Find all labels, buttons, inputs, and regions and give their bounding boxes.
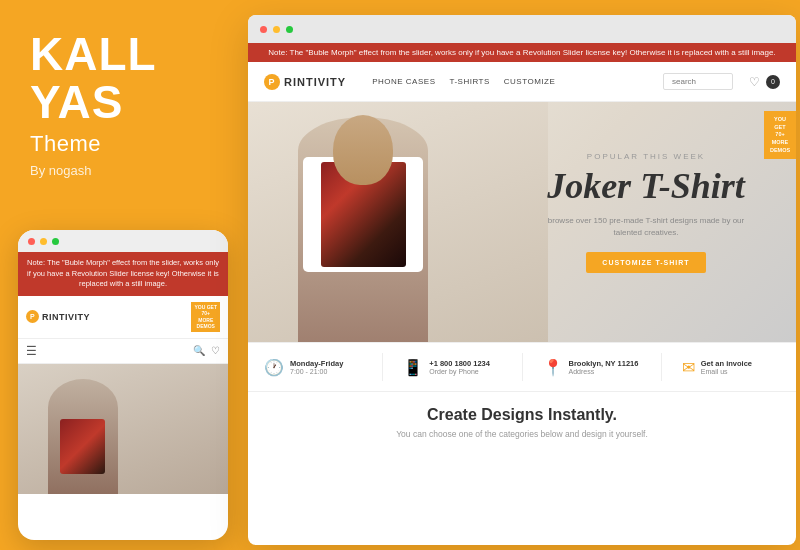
info-email-sub: Email us (701, 368, 752, 375)
info-phone-sub: Order by Phone (429, 368, 490, 375)
clock-icon: 🕐 (264, 358, 284, 377)
mobile-nav-bar: ☰ 🔍 ♡ (18, 339, 228, 364)
info-hours-text: Monday-Friday 7:00 - 21:00 (290, 359, 343, 375)
nav-customize[interactable]: CUSTOMIZE (504, 77, 555, 86)
info-address-title: Brooklyn, NY 11216 (569, 359, 639, 368)
desktop-top-bar (248, 15, 796, 43)
mobile-logo-circle: P (26, 310, 39, 323)
create-subtitle: You can choose one of the categories bel… (268, 429, 776, 439)
info-hours-sub: 7:00 - 21:00 (290, 368, 343, 375)
hero-man (278, 107, 458, 342)
mobile-nav-icons: 🔍 ♡ (193, 345, 220, 356)
heart-icon[interactable]: ♡ (749, 75, 760, 89)
hero-title: Joker T-Shirt (536, 167, 756, 207)
info-bar: 🕐 Monday-Friday 7:00 - 21:00 📱 +1 800 18… (248, 342, 796, 392)
info-divider-1 (382, 353, 383, 381)
left-panel: KALL YAS Theme By nogash Note: The "Bubl… (0, 0, 245, 550)
right-panel: Note: The "Buble Morph" effect from the … (248, 15, 796, 545)
mobile-mockup: Note: The "Buble Morph" effect from the … (18, 230, 228, 540)
info-item-address: 📍 Brooklyn, NY 11216 Address (543, 358, 641, 377)
search-icon[interactable]: 🔍 (193, 345, 205, 356)
desktop-dot-green (286, 26, 293, 33)
dot-red (28, 238, 35, 245)
mobile-logo: P RINTIVITY (26, 310, 90, 323)
info-divider-2 (522, 353, 523, 381)
info-address-text: Brooklyn, NY 11216 Address (569, 359, 639, 375)
info-email-text: Get an invoice Email us (701, 359, 752, 375)
info-phone-title: +1 800 1800 1234 (429, 359, 490, 368)
heart-icon[interactable]: ♡ (211, 345, 220, 356)
customize-button[interactable]: CUSTOMIZE T-SHIRT (586, 252, 705, 273)
create-title: Create Designs Instantly. (268, 406, 776, 424)
dot-green (52, 238, 59, 245)
info-divider-3 (661, 353, 662, 381)
nav-phone-cases[interactable]: PHONE CASES (372, 77, 435, 86)
popular-label: POPULAR THIS WEEK (536, 152, 756, 161)
desktop-nav-icons: ♡ 0 (749, 75, 780, 89)
theme-label: Theme (30, 131, 101, 157)
phone-icon: 📱 (403, 358, 423, 377)
by-label: By nogash (30, 163, 91, 178)
hamburger-icon[interactable]: ☰ (26, 344, 37, 358)
side-badge-desktop: YOU GET70+MOREDEMOS (764, 111, 796, 159)
mobile-badge: YOU GET70+MOREDEMOS (191, 302, 220, 332)
mobile-logo-text: RINTIVITY (42, 312, 90, 322)
hero-bg (248, 102, 548, 342)
email-icon: ✉ (682, 358, 695, 377)
search-input[interactable] (663, 73, 733, 90)
desktop-dot-yellow (273, 26, 280, 33)
location-icon: 📍 (543, 358, 563, 377)
info-phone-text: +1 800 1800 1234 Order by Phone (429, 359, 490, 375)
hero-subtitle: browse over 150 pre-made T-shirt designs… (536, 215, 756, 239)
info-address-sub: Address (569, 368, 639, 375)
info-item-hours: 🕐 Monday-Friday 7:00 - 21:00 (264, 358, 362, 377)
dot-yellow (40, 238, 47, 245)
mobile-logo-bar: P RINTIVITY YOU GET70+MOREDEMOS (18, 296, 228, 339)
info-item-email: ✉ Get an invoice Email us (682, 358, 780, 377)
info-email-title: Get an invoice (701, 359, 752, 368)
mobile-hero-image (18, 364, 228, 494)
desktop-logo: P RINTIVITY (264, 74, 346, 90)
info-item-phone: 📱 +1 800 1800 1234 Order by Phone (403, 358, 501, 377)
desktop-nav-links: PHONE CASES T-SHIRTS CUSTOMIZE (372, 77, 647, 86)
info-hours-title: Monday-Friday (290, 359, 343, 368)
desktop-logo-circle: P (264, 74, 280, 90)
desktop-dot-red (260, 26, 267, 33)
mobile-alert-text: Note: The "Buble Morph" effect from the … (18, 252, 228, 296)
hero-right-content: POPULAR THIS WEEK Joker T-Shirt browse o… (536, 152, 756, 273)
desktop-alert-text: Note: The "Buble Morph" effect from the … (248, 43, 796, 62)
desktop-hero: POPULAR THIS WEEK Joker T-Shirt browse o… (248, 102, 796, 342)
cart-badge[interactable]: 0 (766, 75, 780, 89)
nav-tshirts[interactable]: T-SHIRTS (449, 77, 489, 86)
desktop-nav: P RINTIVITY PHONE CASES T-SHIRTS CUSTOMI… (248, 62, 796, 102)
create-section: Create Designs Instantly. You can choose… (248, 392, 796, 453)
mobile-top-bar (18, 230, 228, 252)
brand-title: KALL YAS (30, 30, 157, 127)
desktop-logo-text: RINTIVITY (284, 76, 346, 88)
